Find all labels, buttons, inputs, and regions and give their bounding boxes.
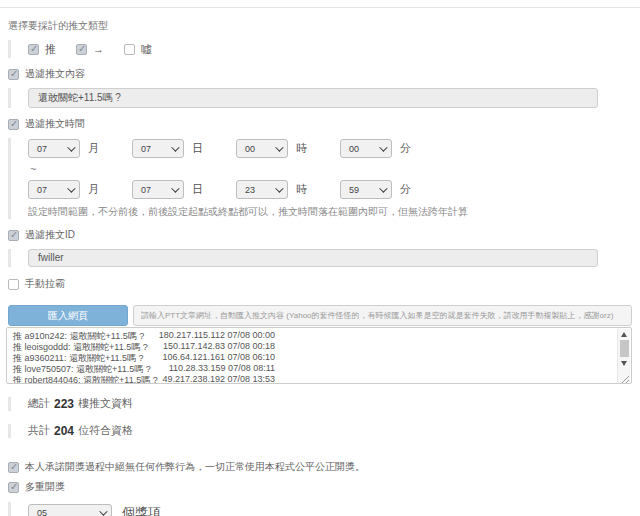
checkbox-arrow[interactable] [76,44,87,55]
import-url-input[interactable] [133,305,632,326]
push-row: 推 love750507: 還敢關蛇+11.5嗎 ?110.28.33.159 … [13,363,631,374]
chevron-down-icon [67,143,75,151]
checkbox-boo[interactable] [124,44,135,55]
from-month-select[interactable]: 07 [28,139,80,158]
id-filter-body: fwiller [8,249,632,267]
push-type-section-label: 選擇要採計的推文類型 [8,19,632,33]
total-count: 223 [54,397,74,411]
from-day-select[interactable]: 07 [132,139,184,158]
push-type-option-label: 噓 [141,42,152,57]
lottery-tool-page: 選擇要採計的推文類型 推 → 噓 過濾推文內容 還敢關蛇+11.5嗎 ? 過濾推… [0,8,640,516]
month-unit-label: 月 [88,182,99,197]
prize-count-unit-label: 個獎項 [122,504,161,516]
checkbox-push[interactable] [28,44,39,55]
push-type-option-boo[interactable]: 噓 [124,42,152,57]
content-filter-toggle[interactable]: 過濾推文內容 [8,67,632,81]
prize-count-select[interactable]: 05 [28,504,112,516]
from-hour-select[interactable]: 00 [236,139,288,158]
multi-draw-label: 多重開獎 [25,480,65,494]
push-row: 推 robert844046: 還敢關蛇+11.5嗎 ?49.217.238.1… [13,374,631,384]
checkbox-multi-draw[interactable] [8,482,19,493]
push-type-option-label: 推 [45,42,56,57]
hour-unit-label: 時 [296,182,307,197]
push-type-option-arrow[interactable]: → [76,43,104,55]
month-unit-label: 月 [88,141,99,156]
id-filter-toggle[interactable]: 過濾推文ID [8,228,632,242]
chevron-down-icon [171,184,179,192]
chevron-down-icon [275,184,283,192]
push-row: 推 leoisgoddd: 還敢關蛇+11.5嗎 ?150.117.142.83… [13,341,631,352]
push-ip-time: 49.217.238.192 07/08 13:53 [117,374,275,384]
minute-unit-label: 分 [400,141,411,156]
day-unit-label: 日 [192,182,203,197]
checkbox-time-filter[interactable] [8,119,19,130]
scroll-up-icon[interactable] [621,332,627,337]
time-filter-label: 過濾推文時間 [25,117,85,131]
push-ip-time: 110.28.33.159 07/08 08:11 [117,363,275,373]
push-ip-time: 106.64.121.161 07/08 06:10 [117,352,275,362]
checkbox-content-filter[interactable] [8,69,19,80]
chevron-down-icon [171,143,179,151]
manual-slot-label: 手動拉霸 [25,277,65,291]
multi-draw-toggle[interactable]: 多重開獎 [8,480,632,494]
hour-unit-label: 時 [296,141,307,156]
push-type-option-label: → [93,43,104,55]
push-ip-time: 180.217.115.112 07/08 00:00 [117,330,275,340]
time-filter-toggle[interactable]: 過濾推文時間 [8,117,632,131]
chevron-down-icon [275,143,283,151]
push-row: 推 a9360211: 還敢關蛇+11.5嗎 ?106.64.121.161 0… [13,352,631,363]
summary-total: 總計223樓推文資料 [8,396,632,411]
summary-qualified: 共計204位符合資格 [8,423,632,438]
push-ip-time: 150.117.142.83 07/08 00:18 [117,341,275,351]
push-type-option-push[interactable]: 推 [28,42,56,57]
chevron-down-icon [67,184,75,192]
checkbox-pledge[interactable] [8,462,19,473]
multi-draw-body: 05 個獎項 此選項可一次開出多位得獎者 [8,502,632,516]
time-filter-hint: 設定時間範圍，不分前後，前後設定起點或終點都可以，推文時間落在範圍內即可，但無法… [28,205,632,219]
content-filter-label: 過濾推文內容 [25,67,85,81]
scroll-down-icon[interactable] [621,361,627,366]
to-hour-select[interactable]: 23 [236,180,288,199]
day-unit-label: 日 [192,141,203,156]
resize-handle-icon[interactable] [619,371,630,382]
pledge-toggle[interactable]: 本人承諾開獎過程中絕無任何作弊行為，一切正常使用本程式公平公正開獎。 [8,460,632,474]
scrollbar-thumb[interactable] [620,340,629,357]
time-filter-body: 07 月 07 日 00 時 00 分 ~ 07 月 07 [8,138,632,219]
checkbox-id-filter[interactable] [8,230,19,241]
content-filter-body: 還敢關蛇+11.5嗎 ? [8,88,632,108]
to-month-select[interactable]: 07 [28,180,80,199]
content-filter-input[interactable]: 還敢關蛇+11.5嗎 ? [28,88,598,108]
import-url-button[interactable]: 匯入網頁 [8,305,128,326]
id-filter-label: 過濾推文ID [25,228,75,242]
chevron-down-icon [379,184,387,192]
range-separator: ~ [30,163,632,175]
push-list[interactable]: 推 a910n242: 還敢關蛇+11.5嗎 ?180.217.115.112 … [6,327,632,384]
chevron-down-icon [379,143,387,151]
chevron-down-icon [99,507,107,515]
pledge-label: 本人承諾開獎過程中絕無任何作弊行為，一切正常使用本程式公平公正開獎。 [25,460,365,474]
push-type-options: 推 → 噓 [8,40,632,58]
to-minute-select[interactable]: 59 [340,180,392,199]
checkbox-manual-slot[interactable] [8,279,19,290]
to-day-select[interactable]: 07 [132,180,184,199]
qualified-count: 204 [54,424,74,438]
id-filter-input[interactable]: fwiller [28,249,598,267]
manual-slot-toggle[interactable]: 手動拉霸 [8,277,632,291]
push-row: 推 a910n242: 還敢關蛇+11.5嗎 ?180.217.115.112 … [13,330,631,341]
from-minute-select[interactable]: 00 [340,139,392,158]
minute-unit-label: 分 [400,182,411,197]
